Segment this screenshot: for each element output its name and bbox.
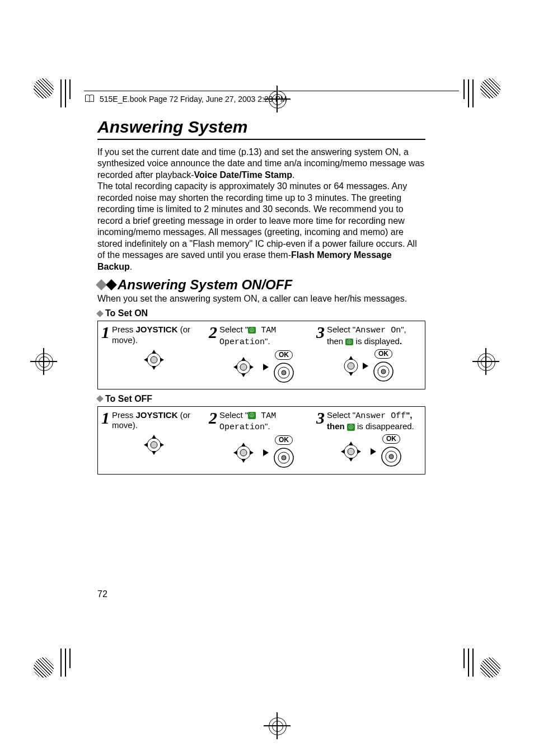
tam-icon: ⦾: [248, 327, 256, 334]
svg-marker-11: [233, 365, 237, 369]
ok-button-icon: OK: [275, 350, 293, 360]
svg-marker-28: [160, 443, 164, 447]
registration-mark-bl: [34, 653, 58, 678]
intro-bold: Voice Date/Time Stamp: [194, 170, 292, 180]
joystick-press-icon: [372, 360, 395, 383]
step-text: Select ": [327, 410, 355, 420]
registration-mark-br: [476, 653, 500, 678]
diamond-icon: [96, 310, 104, 317]
page-content: Answering System If you set the current …: [97, 118, 425, 479]
tam-icon: ⦾: [345, 339, 353, 346]
diamond-icon: [106, 279, 117, 290]
step-text-mono: Answer Off: [355, 411, 406, 421]
header-text: 515E_E.book Page 72 Friday, June 27, 200…: [100, 95, 287, 104]
step-text-bold: JOYSTICK: [136, 325, 178, 334]
step-1: 1 Press JOYSTICK (or move).: [101, 325, 207, 384]
arrow-right-icon: [371, 448, 376, 455]
step-1: 1 Press JOYSTICK (or move).: [101, 410, 207, 470]
registration-mark-mr: [476, 351, 500, 376]
intro-paragraph-1: If you set the current date and time (p.…: [97, 147, 425, 181]
svg-marker-34: [250, 450, 254, 455]
step-text: ".: [265, 336, 270, 346]
ok-button-icon: OK: [275, 435, 293, 445]
title-rule: [97, 139, 425, 140]
arrow-right-icon: [263, 449, 269, 456]
joystick-press-icon: [272, 446, 296, 469]
subheading-set-off: To Set OFF: [97, 394, 425, 404]
svg-point-39: [348, 448, 354, 455]
svg-marker-26: [152, 451, 156, 455]
steps-set-on: 1 Press JOYSTICK (or move). 2 Select "⦾ …: [97, 321, 425, 389]
joystick-press-icon: [380, 445, 403, 468]
tam-icon: ⦾: [347, 424, 355, 431]
subheading-text: To Set ON: [105, 308, 148, 318]
ok-button-icon: OK: [374, 349, 392, 359]
step-text: is disappeared.: [355, 421, 414, 431]
step-text: is displayed: [353, 336, 400, 346]
registration-mark-ml: [34, 351, 58, 376]
subheading-set-on: To Set ON: [97, 308, 425, 318]
tam-icon: ⦾: [248, 412, 256, 419]
step-number: 2: [209, 410, 217, 425]
joystick-4way-icon: [138, 433, 170, 457]
arrow-right-icon: [363, 363, 368, 369]
section-heading: Answering System ON/OFF: [97, 277, 425, 293]
registration-bars: [461, 79, 474, 107]
intro-text: .: [292, 170, 294, 180]
registration-bars: [60, 79, 73, 107]
registration-bars: [60, 649, 73, 677]
svg-point-8: [240, 364, 247, 370]
steps-set-off: 1 Press JOYSTICK (or move). 2 Select "⦾ …: [97, 406, 425, 475]
intro-text: .: [130, 262, 132, 271]
step-number: 3: [316, 325, 325, 340]
svg-marker-5: [144, 358, 148, 362]
page-number: 72: [97, 589, 107, 599]
subheading-text: To Set OFF: [105, 394, 152, 404]
intro-text: The total recording capacity is approxim…: [97, 181, 417, 260]
step-3: 3 Select "Answer Off", then ⦾ is disappe…: [316, 410, 421, 470]
svg-marker-10: [241, 373, 246, 377]
step-number: 1: [101, 325, 110, 340]
svg-point-37: [282, 456, 286, 460]
diamond-icon: [96, 395, 104, 402]
step-number: 1: [101, 410, 110, 425]
registration-bars: [461, 649, 474, 677]
step-text: Select ": [327, 325, 355, 334]
section-caption: When you set the answering system ON, a …: [97, 294, 425, 304]
page-title: Answering System: [97, 118, 425, 137]
ok-button-icon: OK: [382, 434, 400, 444]
svg-point-22: [381, 369, 386, 374]
svg-marker-6: [160, 358, 164, 362]
svg-point-30: [240, 449, 247, 456]
page-header: 515E_E.book Page 72 Friday, June 27, 200…: [84, 91, 459, 107]
step-text-bold: JOYSTICK: [136, 410, 178, 420]
svg-marker-41: [349, 458, 353, 462]
step-text: ".: [265, 421, 270, 431]
joystick-4way-icon: [227, 355, 260, 379]
book-icon: [84, 93, 95, 105]
step-text: Press: [112, 325, 136, 334]
svg-point-15: [282, 370, 286, 375]
svg-marker-3: [152, 350, 156, 354]
registration-mark-tl: [34, 78, 58, 103]
svg-marker-4: [152, 366, 156, 370]
svg-point-17: [348, 363, 354, 369]
svg-marker-19: [349, 372, 353, 376]
svg-marker-31: [241, 443, 246, 447]
step-text: Press: [112, 410, 136, 420]
svg-point-24: [151, 442, 157, 448]
svg-marker-27: [144, 443, 148, 447]
step-text-mono: Answer On: [355, 326, 401, 335]
svg-marker-12: [250, 365, 254, 369]
svg-marker-9: [241, 357, 246, 361]
joystick-4way-icon: [227, 441, 260, 464]
step-text: Select ": [219, 410, 248, 420]
joystick-4way-icon: [335, 440, 367, 463]
step-2: 2 Select "⦾ TAM Operation". OK: [209, 410, 314, 470]
joystick-4way-icon: [138, 348, 170, 372]
joystick-press-icon: [272, 361, 296, 384]
svg-point-46: [389, 454, 394, 459]
step-number: 3: [316, 410, 325, 425]
step-text: .: [400, 336, 402, 346]
registration-mark-tr: [476, 78, 500, 103]
